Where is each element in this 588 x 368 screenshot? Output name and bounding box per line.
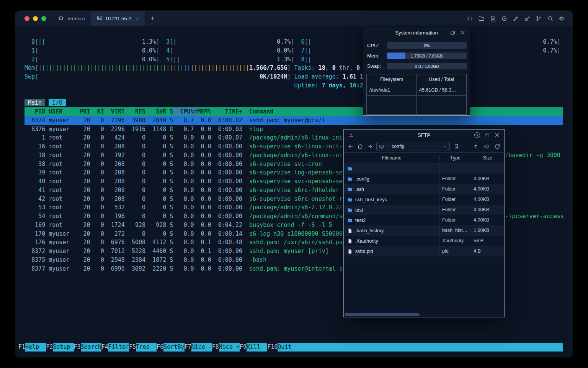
used-total-column-header[interactable]: Used / Total	[416, 74, 466, 85]
folder-icon	[347, 187, 353, 192]
folder-icon[interactable]	[478, 15, 485, 22]
file-name-cell: .bash_history	[344, 225, 440, 236]
filesystem-column-header[interactable]: Filesystem	[367, 74, 416, 85]
file-type-cell: Folder	[440, 215, 471, 225]
sort-column-header[interactable]: CPU%▽	[173, 108, 197, 115]
open-in-window-icon[interactable]	[484, 132, 490, 138]
minimize-window-button[interactable]	[33, 16, 38, 21]
sftp-file-row[interactable]: .XauthorityXauthority58 B	[344, 236, 504, 246]
tab-ssh-label: 10.211.55.2	[105, 16, 131, 21]
type-column-header[interactable]: Type	[440, 155, 471, 161]
fkey-quit[interactable]: Quit	[278, 343, 298, 352]
cpu-progress-text: 0%	[387, 42, 467, 49]
show-hidden-eye-icon[interactable]	[483, 143, 490, 150]
file-name-cell: sshd.pid	[344, 246, 440, 256]
screen-tab-io-label[interactable]: I/O	[49, 99, 66, 106]
file-type-cell: Folder	[440, 184, 471, 194]
file-name: .Xauthority	[355, 238, 378, 244]
tab-ssh-session[interactable]: 10.211.55.2	[91, 11, 146, 26]
cpu-usage-row: CPU: 0%	[366, 42, 467, 49]
file-size-cell: 4.00KB	[471, 205, 504, 215]
forward-icon[interactable]	[367, 143, 373, 150]
path-breadcrumb[interactable]: config	[376, 142, 450, 151]
fkey-kill[interactable]: Kill	[247, 343, 267, 352]
new-tab-button[interactable]: +	[145, 11, 160, 26]
screen-tab-io: I/O	[49, 99, 66, 107]
file-type-cell: Folder	[440, 174, 471, 184]
sftp-file-row[interactable]: .sshFolder4.00KB	[344, 184, 504, 194]
home-icon[interactable]	[357, 143, 363, 150]
search-icon[interactable]	[547, 15, 554, 22]
parent-directory-icon[interactable]	[473, 143, 479, 150]
process-row[interactable]: 8374 myuser 20 0 7296 3980 2840 S 0.7 0.…	[24, 116, 563, 125]
sftp-file-list: ...configFolder4.00KB.sshFolder4.00KBssh…	[344, 163, 504, 312]
tab-close-icon[interactable]	[135, 16, 139, 21]
file-icon	[347, 228, 353, 233]
settings-gear-icon[interactable]	[559, 15, 565, 22]
file-icon	[347, 238, 353, 244]
record-icon[interactable]	[501, 15, 508, 22]
file-type-cell: bash_history	[440, 225, 471, 236]
folder-icon	[347, 166, 353, 171]
close-icon[interactable]	[494, 132, 500, 138]
filesystem-table: Filesystem Used / Total /dev/vda1 45.61G…	[366, 74, 467, 115]
transfers-icon[interactable]	[348, 132, 354, 138]
sftp-file-row[interactable]: sshd.pidpid4 B	[344, 246, 504, 256]
file-name: .config	[355, 176, 369, 182]
filename-column-header[interactable]: Filename	[344, 155, 440, 161]
sftp-file-row[interactable]: ..	[344, 163, 504, 174]
bookmark-icon[interactable]	[453, 143, 459, 150]
size-column-header[interactable]: Size	[471, 155, 504, 161]
refresh-icon[interactable]	[494, 143, 500, 150]
keys-icon[interactable]	[524, 15, 531, 22]
sftp-file-row[interactable]: test2Folder4.00KB	[344, 215, 504, 225]
cpu-meter-2: 2[ 0.0%]	[31, 55, 159, 64]
file-name-cell: .Xauthority	[344, 236, 440, 246]
fkey-search[interactable]: Search	[81, 343, 101, 352]
zoom-window-button[interactable]	[41, 16, 46, 21]
back-icon[interactable]	[348, 143, 354, 150]
edit-icon[interactable]	[513, 15, 519, 22]
fkey-sortby[interactable]: SortBy	[163, 343, 184, 352]
uptime-row: Uptime: 7 days, 16:28:15	[24, 81, 563, 90]
file-name: test2	[355, 218, 366, 223]
help-icon[interactable]: ?	[474, 132, 480, 138]
memory-progress-text: 1.75GB / 7.65GB	[387, 53, 467, 59]
folder-icon	[347, 207, 353, 213]
memory-usage-row: Mem: 1.75GB / 7.65GB	[366, 53, 467, 59]
close-icon[interactable]	[460, 30, 466, 36]
horizontal-scrollbar[interactable]	[344, 312, 504, 317]
swap-usage-row: Swap: 0 B / 1.00GB	[366, 63, 467, 69]
file-name: sshd.pid	[355, 249, 373, 254]
scrollbar-thumb[interactable]	[345, 313, 420, 316]
chevron-down-icon	[443, 145, 447, 149]
fkey-help[interactable]: Help	[25, 343, 46, 352]
fkey-tree[interactable]: Tree	[136, 343, 157, 352]
screen-tab-main-label[interactable]: Main	[24, 99, 45, 106]
file-name: .ssh	[355, 187, 364, 192]
sftp-file-row[interactable]: .configFolder4.00KB	[344, 174, 504, 184]
system-information-panel: System information CPU: 0% Mem: 1.75GB /…	[363, 27, 470, 116]
sftp-file-row[interactable]: ssh_host_keysFolder4.00KB	[344, 194, 504, 205]
git-branch-icon[interactable]	[536, 15, 542, 22]
file-size-cell: 4.00KB	[471, 184, 504, 194]
cpu-meter-row: 2[ 0.0%]5[|| 1.3%]8[| ]	[24, 55, 563, 64]
fkey-filter[interactable]: Filter	[108, 343, 129, 352]
file-type-cell: Folder	[440, 205, 471, 215]
open-in-window-icon[interactable]	[450, 30, 456, 36]
fkey-nice-[interactable]: Nice -	[191, 343, 212, 352]
fkey-nice+[interactable]: Nice +	[219, 343, 240, 352]
process-table-header[interactable]: PID USER PRI NI VIRT RES SHR S CPU%▽MEM%…	[24, 107, 563, 116]
fkey-setup[interactable]: Setup	[53, 343, 74, 352]
code-icon[interactable]	[467, 15, 473, 22]
close-window-button[interactable]	[24, 16, 29, 21]
sftp-file-row[interactable]: testFolder4.00KB	[344, 205, 504, 215]
logs-icon[interactable]	[490, 15, 496, 22]
sftp-file-row[interactable]: .bash_historybash_history1.60KB	[344, 225, 504, 236]
bookmark-dropdown-icon[interactable]	[460, 143, 463, 150]
cpu-label: CPU:	[366, 43, 387, 48]
home-icon	[58, 15, 64, 22]
tab-home[interactable]: Termora	[52, 11, 91, 26]
cpu-meter-4: 4[ 0.0%]	[166, 46, 294, 55]
file-name-cell: test	[344, 205, 440, 215]
